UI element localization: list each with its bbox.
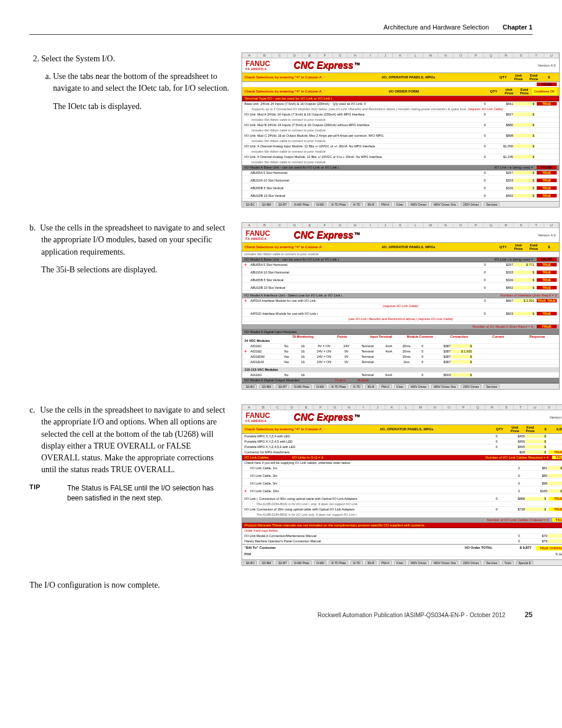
tab-services[interactable]: Services bbox=[484, 384, 500, 388]
tab-0i-td plate[interactable]: 0i-TD Plate bbox=[329, 202, 348, 206]
page-footer: Rockwell Automation Publication IASIMP-Q… bbox=[29, 611, 533, 619]
tab-32i-bc[interactable]: 32i-BC bbox=[243, 384, 257, 388]
tab-ioetc[interactable]: IOetc bbox=[394, 561, 406, 565]
tab-services[interactable]: Services bbox=[484, 202, 500, 206]
terminal-type-header: Terminal Type I/O - can be used for I/O … bbox=[242, 96, 559, 101]
step-2a-followup: The IOetc tab is displayed. bbox=[53, 101, 230, 113]
tab-0i-md plate[interactable]: 0i-MD Plate bbox=[292, 384, 312, 388]
tab-0i-md plate[interactable]: 0i-MD Plate bbox=[292, 561, 312, 565]
header-chapter: Chapter 1 bbox=[503, 24, 533, 31]
tab-35i-b[interactable]: 35i-B bbox=[365, 202, 377, 206]
step-list: Select the System I/O. Use the tabs near… bbox=[29, 52, 230, 113]
tab-480v drives xtra[interactable]: 480V Drives Xtra bbox=[431, 561, 458, 565]
tab-0i-md[interactable]: 0i-MD bbox=[314, 561, 326, 565]
tab-ioetc[interactable]: IOetc bbox=[394, 202, 406, 206]
tab-0i-td[interactable]: 0i-TD bbox=[351, 202, 362, 206]
fanuc-logo: FANUC bbox=[246, 60, 270, 67]
tab-32i-bm[interactable]: 32i-BM bbox=[259, 202, 273, 206]
step-2a: Use the tabs near the bottom of the spre… bbox=[53, 71, 230, 95]
tab-480v drives[interactable]: 480V Drives bbox=[408, 384, 429, 388]
tab-230v drives[interactable]: 230V Drives bbox=[461, 561, 481, 565]
tab-0i-td[interactable]: 0i-TD bbox=[351, 384, 362, 388]
tab-0i-td plate[interactable]: 0i-TD Plate bbox=[329, 561, 348, 565]
tab-0i-md plate[interactable]: 0i-MD Plate bbox=[292, 202, 312, 206]
tab-32i-bt[interactable]: 32i-BT bbox=[276, 561, 289, 565]
step-2b: b.Use the cells in the spreadsheet to na… bbox=[29, 222, 230, 258]
io-panels-label: I/O, OPERATOR PANELS, MPGs bbox=[322, 75, 495, 79]
tab-services[interactable]: Services bbox=[484, 561, 500, 565]
tab-230v drives[interactable]: 230V Drives bbox=[461, 384, 481, 388]
conditions-ok-box: Conditions OK bbox=[532, 88, 557, 95]
tab-32i-bt[interactable]: 32i-BT bbox=[276, 202, 289, 206]
tab-pmi-a[interactable]: PMi-A bbox=[379, 384, 392, 388]
sheet-tabs[interactable]: 32i-BC32i-BM32i-BT0i-MD Plate0i-MD0i-TD … bbox=[242, 201, 559, 207]
tab-35i-b[interactable]: 35i-B bbox=[365, 561, 377, 565]
page-header: Architecture and Hardware Selection Chap… bbox=[29, 24, 533, 31]
version-text: Version 4.0 bbox=[538, 64, 556, 67]
tab-35i-b[interactable]: 35i-B bbox=[365, 384, 377, 388]
header-title: Architecture and Hardware Selection bbox=[384, 24, 489, 31]
tab-230v drives[interactable]: 230V Drives bbox=[461, 202, 481, 206]
column-letters: ABCDEFGHIJKLMNOPQRSTU bbox=[242, 53, 559, 58]
sel4-label: Check Selections by entering "4" in Colu… bbox=[244, 75, 322, 79]
header-rule bbox=[29, 34, 533, 35]
tab-0i-td[interactable]: 0i-TD bbox=[351, 561, 362, 565]
step-2b-followup: The 35i-B selections are displayed. bbox=[41, 264, 230, 276]
tip-block: TIP The Status is FALSE until the I/O se… bbox=[29, 483, 230, 503]
spreadsheet-screenshot-2: ABCDEFGHIJKLMNOPQRSTU FANUC FA AMERICA C… bbox=[242, 222, 560, 390]
tab-pmi-a[interactable]: PMi-A bbox=[379, 561, 392, 565]
tab-0i-md[interactable]: 0i-MD bbox=[314, 202, 326, 206]
step-2: Select the System I/O. Use the tabs near… bbox=[41, 52, 230, 113]
tab-32i-bm[interactable]: 32i-BM bbox=[259, 384, 273, 388]
tab-0i-md[interactable]: 0i-MD bbox=[314, 384, 326, 388]
tab-32i-bc[interactable]: 32i-BC bbox=[243, 561, 257, 565]
tab-480v drives[interactable]: 480V Drives bbox=[408, 202, 429, 206]
tab-pmi-a[interactable]: PMi-A bbox=[379, 202, 392, 206]
tab-32i-bm[interactable]: 32i-BM bbox=[259, 561, 273, 565]
tab-480v drives xtra[interactable]: 480V Drives Xtra bbox=[431, 384, 458, 388]
tip-text: The Status is FALSE until the I/O select… bbox=[67, 483, 220, 503]
tab-0i-td plate[interactable]: 0i-TD Plate bbox=[329, 384, 348, 388]
tab-tools[interactable]: Tools bbox=[502, 561, 514, 565]
overall-status: TRUE OVERALL bbox=[536, 546, 562, 551]
tab-ioetc[interactable]: IOetc bbox=[394, 384, 406, 388]
cnc-express-logo: CNC ExpressTM bbox=[293, 60, 359, 71]
tab-480v drives[interactable]: 480V Drives bbox=[408, 561, 429, 565]
tab-special e[interactable]: Special E bbox=[516, 561, 533, 565]
step-2c: c.Use the cells in the spreadsheet to na… bbox=[29, 404, 230, 476]
spreadsheet-screenshot-1: ABCDEFGHIJKLMNOPQRSTU FANUC FA AMERICA C… bbox=[242, 52, 560, 207]
footer-pub: Rockwell Automation Publication IASIMP-Q… bbox=[318, 612, 505, 618]
final-line: The I/O configuration is now complete. bbox=[29, 581, 533, 590]
footer-page: 25 bbox=[525, 611, 533, 619]
tab-32i-bt[interactable]: 32i-BT bbox=[276, 384, 289, 388]
tab-32i-bc[interactable]: 32i-BC bbox=[243, 202, 257, 206]
tip-label: TIP bbox=[29, 483, 65, 490]
spreadsheet-screenshot-3: ABCDEFGHIJKLMNOPQRSTUVW FANUC FA AMERICA… bbox=[242, 404, 562, 566]
tab-480v drives xtra[interactable]: 480V Drives Xtra bbox=[431, 202, 458, 206]
fanuc-sub: FA AMERICA bbox=[246, 67, 270, 71]
